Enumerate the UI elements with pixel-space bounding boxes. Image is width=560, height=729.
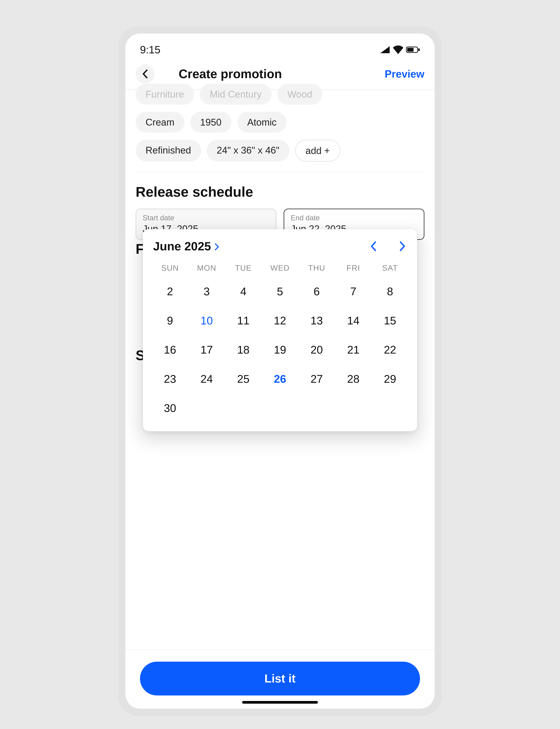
calendar-dow: TUE: [225, 259, 262, 277]
bottom-bar: List it: [125, 650, 435, 709]
phone-frame: 9:15 Create promotion Preview Furniture …: [118, 26, 442, 716]
calendar-day[interactable]: 15: [372, 306, 408, 335]
calendar-day[interactable]: 19: [262, 335, 298, 364]
calendar-day: [372, 393, 408, 422]
calendar-day: [298, 393, 335, 422]
scroll-area[interactable]: Furniture Mid Century Wood Cream 1950 At…: [125, 89, 435, 240]
calendar-day: [335, 393, 372, 422]
status-icons: [380, 45, 420, 54]
tag-chip[interactable]: Wood: [277, 84, 322, 105]
calendar-day[interactable]: 4: [225, 277, 262, 306]
calendar-dow: THU: [298, 259, 335, 277]
calendar-grid: SUNMONTUEWEDTHUFRISAT2345678910111213141…: [152, 259, 408, 422]
calendar-month-button[interactable]: June 2025: [153, 240, 219, 253]
calendar-day: [225, 393, 262, 422]
calendar-next-button[interactable]: [398, 242, 407, 251]
calendar-day[interactable]: 6: [298, 277, 335, 306]
tag-chip[interactable]: Cream: [136, 112, 184, 133]
chevron-left-icon: [370, 241, 377, 251]
calendar-dow: FRI: [335, 259, 372, 277]
calendar-day[interactable]: 13: [298, 306, 335, 335]
calendar-day[interactable]: 12: [262, 306, 298, 335]
calendar-dow: MON: [188, 259, 225, 277]
calendar-day[interactable]: 25: [225, 364, 262, 393]
calendar-day[interactable]: 30: [152, 393, 188, 422]
calendar-day[interactable]: 5: [262, 277, 298, 306]
tag-chip[interactable]: Atomic: [237, 112, 287, 133]
calendar-day[interactable]: 7: [335, 277, 372, 306]
tag-chip[interactable]: Refinished: [136, 140, 201, 162]
list-it-button[interactable]: List it: [140, 662, 420, 695]
cellular-icon: [380, 46, 390, 54]
chevron-right-icon: [215, 243, 219, 250]
calendar-prev-button[interactable]: [369, 242, 378, 251]
back-button[interactable]: [136, 64, 155, 83]
calendar-day[interactable]: 17: [188, 335, 225, 364]
calendar-nav: [369, 242, 407, 251]
calendar-day[interactable]: 9: [152, 306, 188, 335]
calendar-day: [188, 393, 225, 422]
calendar-day[interactable]: 14: [335, 306, 372, 335]
svg-rect-2: [418, 48, 420, 51]
calendar-day[interactable]: 28: [335, 364, 372, 393]
calendar-day[interactable]: 16: [152, 335, 188, 364]
calendar-day[interactable]: 22: [372, 335, 408, 364]
tag-chip[interactable]: 1950: [190, 112, 231, 133]
home-indicator[interactable]: [242, 701, 318, 704]
calendar-dow: WED: [262, 259, 298, 277]
chip-row: Cream 1950 Atomic: [136, 112, 424, 133]
release-schedule-title: Release schedule: [136, 184, 424, 200]
page-title: Create promotion: [179, 67, 282, 81]
tag-chips: Furniture Mid Century Wood Cream 1950 At…: [136, 90, 424, 162]
calendar-header: June 2025: [152, 240, 408, 253]
calendar-day[interactable]: 8: [372, 277, 408, 306]
tag-chip[interactable]: 24" x 36" x 46": [207, 140, 289, 162]
screen: 9:15 Create promotion Preview Furniture …: [125, 34, 435, 709]
add-tag-button[interactable]: add +: [295, 140, 340, 162]
calendar-day[interactable]: 2: [152, 277, 188, 306]
chevron-left-icon: [142, 69, 148, 79]
calendar-day[interactable]: 23: [152, 364, 188, 393]
tag-chip[interactable]: Mid Century: [200, 84, 272, 105]
preview-link[interactable]: Preview: [385, 68, 424, 80]
svg-rect-1: [407, 48, 414, 52]
chevron-right-icon: [399, 241, 406, 251]
start-date-label: Start date: [143, 214, 269, 222]
calendar-day[interactable]: 21: [335, 335, 372, 364]
status-time: 9:15: [140, 44, 160, 56]
divider: [136, 172, 424, 172]
chip-row: Refinished 24" x 36" x 46" add +: [136, 140, 424, 162]
calendar-day: [262, 393, 298, 422]
calendar-day[interactable]: 29: [372, 364, 408, 393]
calendar-day[interactable]: 26: [262, 364, 298, 393]
calendar-day[interactable]: 3: [188, 277, 225, 306]
calendar-month-label: June 2025: [153, 240, 211, 253]
status-bar: 9:15: [125, 34, 435, 60]
calendar-dow: SAT: [372, 259, 408, 277]
calendar-day[interactable]: 11: [225, 306, 262, 335]
calendar-dow: SUN: [152, 259, 188, 277]
calendar-day[interactable]: 18: [225, 335, 262, 364]
calendar-day[interactable]: 27: [298, 364, 335, 393]
wifi-icon: [392, 45, 404, 54]
calendar-day[interactable]: 20: [298, 335, 335, 364]
calendar-day[interactable]: 24: [188, 364, 225, 393]
calendar-popup: June 2025 SUNMONTUEWEDTHUFRISAT234567891…: [143, 229, 417, 431]
chip-row: Furniture Mid Century Wood: [136, 84, 424, 105]
tag-chip[interactable]: Furniture: [136, 84, 194, 105]
calendar-day[interactable]: 10: [188, 306, 225, 335]
end-date-label: End date: [291, 214, 417, 222]
battery-icon: [406, 46, 420, 53]
